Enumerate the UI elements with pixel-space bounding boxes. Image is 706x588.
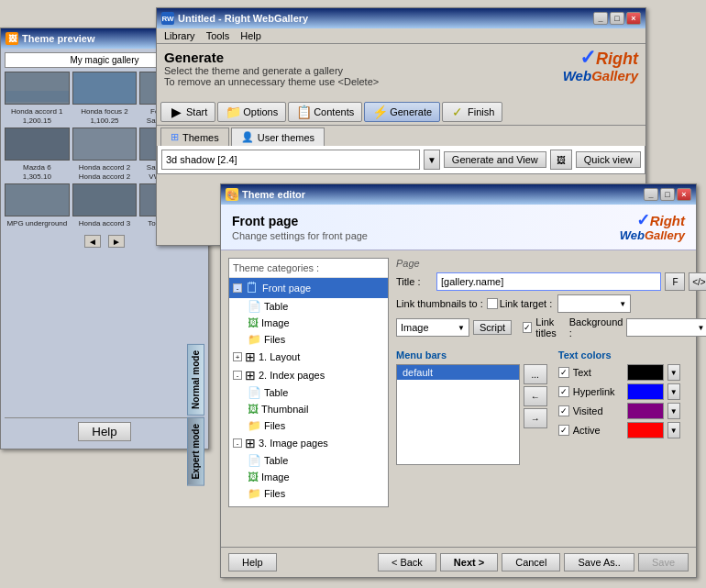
background-select[interactable]: ▼	[626, 318, 706, 337]
image-2-icon: 🖼	[248, 471, 259, 483]
font-btn[interactable]: F	[665, 272, 685, 291]
tree-label-files-3: Files	[264, 488, 285, 499]
editor-maximize-btn[interactable]: □	[660, 188, 675, 201]
index-icon: ⊞	[245, 368, 256, 383]
menu-help[interactable]: Help	[240, 30, 261, 41]
page-section-label: Page	[396, 258, 706, 269]
preview-help-btn[interactable]: Help	[78, 422, 130, 441]
image-pages-icon: ⊞	[245, 436, 256, 450]
editor-next-btn[interactable]: Next >	[440, 553, 498, 571]
options-btn[interactable]: 📁 Options	[217, 102, 286, 122]
image-select-value: Image	[401, 322, 429, 333]
tree-item-layout[interactable]: + ⊞ 1. Layout	[229, 348, 388, 366]
menu-tools[interactable]: Tools	[206, 30, 230, 41]
tree-item-table-2[interactable]: 📄 Table	[229, 384, 388, 401]
editor-save-as-btn[interactable]: Save As..	[564, 553, 634, 571]
text-color-hyperlink-checkbox[interactable]: ✓	[558, 386, 569, 397]
themes-dropdown-btn[interactable]: ▼	[424, 150, 440, 170]
table-2-icon: 📄	[248, 386, 261, 399]
editor-bottom-bar: Help < Back Next > Cancel Save As.. Save	[221, 547, 696, 577]
editor-close-btn[interactable]: ×	[677, 188, 691, 201]
normal-mode-tab[interactable]: Normal mode	[187, 344, 204, 416]
options-icon: 📁	[226, 105, 240, 119]
prev-arrow[interactable]: ◄	[84, 235, 101, 248]
tree-label-files-2: Files	[264, 420, 285, 431]
tree-item-table-3[interactable]: 📄 Table	[229, 452, 388, 469]
editor-help-btn[interactable]: Help	[228, 553, 277, 571]
tree-item-table-1[interactable]: 📄 Table	[229, 298, 388, 315]
editor-back-btn[interactable]: < Back	[378, 553, 436, 571]
user-themes-tab[interactable]: 👤 User themes	[231, 128, 325, 146]
view-icon-btn[interactable]: 🖼	[550, 150, 572, 170]
text-color-visited-dropdown[interactable]: ▼	[667, 403, 680, 419]
link-target-area: Link target : ▼	[487, 294, 631, 313]
text-color-visited-checkbox[interactable]: ✓	[558, 405, 569, 416]
tree-label-table-1: Table	[264, 301, 288, 312]
expand-front-page[interactable]: -	[233, 283, 242, 293]
thumbnail-icon: 🖼	[248, 403, 259, 416]
tree-item-image-1[interactable]: 🖼 Image	[229, 315, 388, 331]
editor-minimize-btn[interactable]: _	[644, 188, 658, 201]
expert-mode-tab[interactable]: Expert mode	[187, 417, 204, 486]
menu-next-btn[interactable]: →	[524, 408, 547, 428]
thumb-price-5: Honda accord 2	[72, 172, 138, 181]
text-color-active-dropdown[interactable]: ▼	[667, 422, 680, 438]
tree-item-front-page[interactable]: - 🗒 Front page	[229, 278, 388, 298]
tree-item-thumbnail[interactable]: 🖼 Thumbnail	[229, 401, 388, 417]
tree-item-folders[interactable]: + ⊞ 4. Folders	[229, 502, 388, 507]
link-titles-checkbox[interactable]: ✓	[523, 322, 532, 333]
menu-dots-btn[interactable]: ...	[524, 364, 547, 384]
editor-nav-btns: < Back Next > Cancel Save As.. Save	[378, 553, 689, 571]
themes-tab-label: Themes	[182, 132, 219, 143]
editor-save-btn[interactable]: Save	[638, 553, 689, 571]
text-color-active-label: Active	[573, 425, 623, 436]
text-color-hyperlink-row: ✓ Hyperlink ▼	[558, 383, 706, 400]
expand-folders[interactable]: +	[233, 506, 242, 507]
tree-item-index-pages[interactable]: - ⊞ 2. Index pages	[229, 366, 388, 384]
image-select[interactable]: Image ▼	[396, 318, 469, 337]
rwg-maximize-btn[interactable]: □	[610, 12, 624, 25]
next-arrow[interactable]: ►	[108, 235, 125, 248]
background-label: Background :	[569, 316, 623, 338]
generate-btn[interactable]: ⚡ Generate	[364, 102, 440, 122]
editor-content-area: Theme categories : - 🗒 Front page 📄 Tabl…	[221, 250, 696, 515]
text-color-text-dropdown[interactable]: ▼	[667, 364, 680, 381]
themes-dropdown[interactable]: 3d shadow [2.4]	[161, 150, 420, 170]
link-target-checkbox[interactable]	[487, 298, 498, 309]
menu-library[interactable]: Library	[164, 30, 195, 41]
start-btn[interactable]: ▶ Start	[160, 102, 215, 122]
tree-label-folders: 4. Folders	[259, 505, 303, 507]
tree-label-thumbnail: Thumbnail	[261, 404, 308, 415]
script-btn[interactable]: Script	[473, 320, 512, 335]
rwg-minimize-btn[interactable]: _	[593, 12, 608, 25]
rwg-logo: ✓Right WebGallery	[563, 48, 638, 83]
expand-index[interactable]: -	[233, 371, 242, 380]
text-color-text-checkbox[interactable]: ✓	[558, 367, 569, 378]
quick-view-btn[interactable]: Quick view	[576, 151, 641, 168]
link-thumbnails-label: Link thumbnails to :	[396, 298, 483, 309]
rwg-close-btn[interactable]: ×	[626, 12, 641, 25]
finish-btn[interactable]: ✓ Finish	[442, 102, 502, 122]
rwg-menu-bar: Library Tools Help	[157, 28, 645, 44]
generate-view-btn[interactable]: Generate and View	[444, 151, 546, 168]
text-color-hyperlink-dropdown[interactable]: ▼	[667, 383, 680, 400]
text-color-active-checkbox[interactable]: ✓	[558, 425, 569, 436]
menu-list-item-default[interactable]: default	[397, 365, 519, 380]
tree-item-files-1[interactable]: 📁 Files	[229, 331, 388, 348]
title-input[interactable]	[436, 272, 661, 291]
link-target-select[interactable]: ▼	[557, 294, 631, 313]
tree-item-files-3[interactable]: 📁 Files	[229, 485, 388, 502]
tree-item-image-2[interactable]: 🖼 Image	[229, 469, 388, 485]
contents-btn[interactable]: 📋 Contents	[288, 102, 362, 122]
finish-icon: ✓	[450, 105, 465, 119]
text-color-hyperlink-label: Hyperlink	[573, 386, 623, 397]
tag-btn[interactable]: </>	[689, 272, 706, 291]
expand-image-pages[interactable]: -	[233, 438, 242, 448]
themes-tab[interactable]: ⊞ Themes	[160, 128, 229, 146]
menu-prev-btn[interactable]: ←	[524, 386, 547, 406]
expand-layout[interactable]: +	[233, 352, 242, 361]
preview-window-icon: 🖼	[6, 32, 18, 45]
editor-cancel-btn[interactable]: Cancel	[502, 553, 560, 571]
tree-item-files-2[interactable]: 📁 Files	[229, 417, 388, 434]
tree-item-image-pages[interactable]: - ⊞ 3. Image pages	[229, 434, 388, 452]
